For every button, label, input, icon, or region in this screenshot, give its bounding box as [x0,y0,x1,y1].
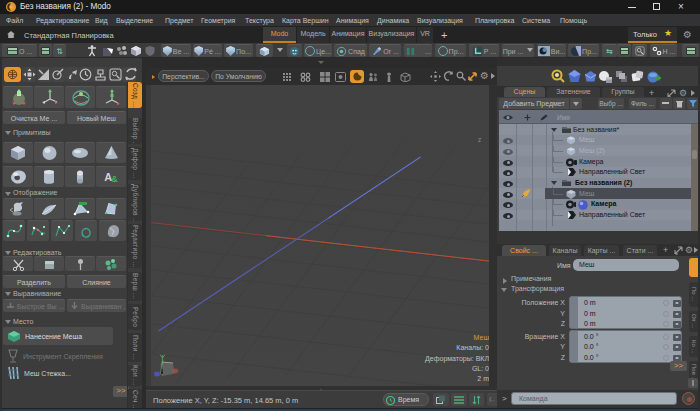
svg-text:z: z [478,136,481,143]
